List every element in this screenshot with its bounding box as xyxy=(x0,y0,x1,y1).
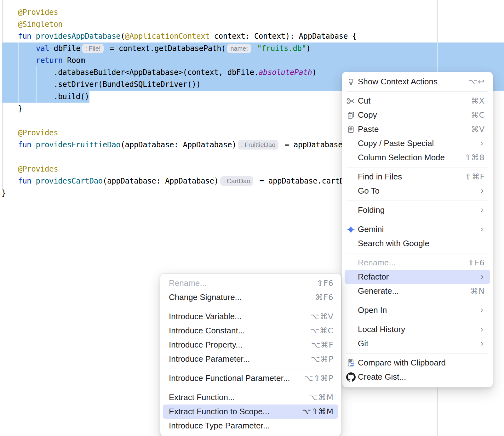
code-line[interactable]: fun providesCartDao(appDatabase: AppData… xyxy=(18,175,344,187)
code-token: .databaseBuilder<AppDatabase>(context, d… xyxy=(54,68,259,77)
menu-item-go-to[interactable]: Go To xyxy=(345,184,490,198)
code-token: Room xyxy=(67,56,85,65)
menu-shortcut: ⌥⇧⌘M xyxy=(302,407,334,416)
menu-item-generate[interactable]: Generate...⌘N xyxy=(345,284,490,298)
menu-item-open-in[interactable]: Open In xyxy=(345,303,490,317)
code-line[interactable]: fun providesAppDatabase(@ApplicationCont… xyxy=(18,30,357,42)
code-token: ) xyxy=(312,68,317,77)
code-line[interactable]: .build() xyxy=(54,91,89,103)
refactor-submenu: Rename...⇧F6Change Signature...⌘F6Introd… xyxy=(160,273,341,436)
menu-item-right: ⌥↩ xyxy=(468,77,485,86)
code-line[interactable]: @Singleton xyxy=(18,18,63,30)
code-token: (appDatabase: AppDatabase) xyxy=(120,140,236,149)
menu-item-extract-function-to-scope[interactable]: Extract Function to Scope...⌥⇧⌘M xyxy=(163,405,338,419)
code-token: @Provides xyxy=(18,128,58,137)
menu-item-introduce-functional-parameter[interactable]: Introduce Functional Parameter...⌥⇧⌘P xyxy=(163,371,338,385)
code-token: context: Context): AppDatabase { xyxy=(209,32,357,41)
menu-item-label: Column Selection Mode xyxy=(358,153,445,162)
menu-item-right: ⇧⌘F xyxy=(465,172,485,181)
menu-item-refactor[interactable]: Refactor xyxy=(345,270,490,284)
menu-item-label: Copy xyxy=(358,110,377,120)
menu-item-label: Search with Google xyxy=(358,239,429,248)
menu-item-paste[interactable]: Paste⌘V xyxy=(345,122,490,136)
code-line[interactable]: @Provides xyxy=(18,127,58,139)
menu-shortcut: ⌘C xyxy=(471,110,485,120)
menu-shortcut: ⌥↩ xyxy=(468,77,485,86)
code-line[interactable]: .setDriver(BundledSQLiteDriver()) xyxy=(54,78,201,90)
indent-guide-in-selection xyxy=(18,42,19,103)
menu-item-right: ⌘C xyxy=(471,110,485,120)
submenu-arrow-icon xyxy=(479,141,485,146)
lightbulb-icon xyxy=(346,77,356,87)
menu-item-label: Show Context Actions xyxy=(358,77,438,87)
menu-shortcut: ⌘N xyxy=(470,286,485,296)
submenu-arrow-icon xyxy=(479,274,485,280)
menu-item-label: Introduce Constant... xyxy=(169,326,245,336)
code-line[interactable]: } xyxy=(18,103,22,115)
code-token: @ApplicationContext xyxy=(125,32,210,41)
menu-item-introduce-constant[interactable]: Introduce Constant...⌥⌘C xyxy=(163,324,338,338)
menu-item-introduce-type-parameter[interactable]: Introduce Type Parameter... xyxy=(163,419,338,433)
menu-item-create-gist[interactable]: Create Gist... xyxy=(345,370,490,384)
menu-item-rename[interactable]: Rename...⇧F6 xyxy=(345,256,490,270)
menu-item-label: Introduce Variable... xyxy=(169,312,242,321)
menu-shortcut: ⌥⌘V xyxy=(310,312,334,321)
menu-item-extract-function[interactable]: Extract Function...⌥⌘M xyxy=(163,390,338,405)
menu-shortcut: ⇧⌘F xyxy=(465,172,485,181)
code-line[interactable]: @Provides xyxy=(18,6,58,18)
menu-item-rename[interactable]: Rename...⇧F6 xyxy=(163,276,338,290)
code-token: (appDatabase: AppDatabase) xyxy=(103,177,219,185)
editor-context-menu: Show Context Actions⌥↩Cut⌘XCopy⌘CPaste⌘V… xyxy=(342,72,493,388)
code-line[interactable]: val dbFile: File! = context.getDatabaseP… xyxy=(36,42,311,54)
code-line[interactable]: return Room xyxy=(36,54,85,66)
menu-item-label: Extract Function... xyxy=(169,393,235,402)
menu-item-introduce-property[interactable]: Introduce Property...⌥⌘F xyxy=(163,338,338,352)
menu-item-introduce-parameter[interactable]: Introduce Parameter...⌥⌘P xyxy=(163,352,338,366)
menu-item-compare-with-clipboard[interactable]: Compare with Clipboard xyxy=(345,356,490,370)
indent-guide-in-selection xyxy=(36,66,37,103)
menu-item-show-context-actions[interactable]: Show Context Actions⌥↩ xyxy=(345,75,490,89)
code-token: @Singleton xyxy=(18,20,63,29)
menu-item-git[interactable]: Git xyxy=(345,337,490,351)
code-line[interactable]: .databaseBuilder<AppDatabase>(context, d… xyxy=(54,66,317,78)
menu-separator xyxy=(346,298,488,303)
submenu-arrow-icon xyxy=(479,188,485,194)
menu-item-gemini[interactable]: Gemini xyxy=(345,222,490,236)
menu-item-copy[interactable]: Copy⌘C xyxy=(345,108,490,122)
menu-item-cut[interactable]: Cut⌘X xyxy=(345,94,490,108)
code-line[interactable]: fun providesFruittieDao(appDatabase: App… xyxy=(18,139,342,151)
menu-item-label: Introduce Functional Parameter... xyxy=(169,373,290,383)
menu-shortcut: ⇧F6 xyxy=(317,279,334,288)
menu-item-search-with-google[interactable]: Search with Google xyxy=(345,236,490,251)
menu-item-folding[interactable]: Folding xyxy=(345,203,490,217)
submenu-arrow-icon xyxy=(479,308,485,313)
menu-item-label: Folding xyxy=(358,205,385,215)
code-token: fun xyxy=(18,140,36,149)
menu-item-column-selection-mode[interactable]: Column Selection Mode⇧⌘8 xyxy=(345,150,490,165)
menu-item-right xyxy=(476,227,485,232)
inlay-hint: : FruittieDao xyxy=(238,140,278,150)
code-line[interactable]: } xyxy=(2,187,6,199)
menu-shortcut: ⇧F6 xyxy=(468,258,485,267)
menu-item-local-history[interactable]: Local History xyxy=(345,322,490,337)
menu-item-right: ⌘F6 xyxy=(315,293,334,302)
menu-item-label: Find in Files xyxy=(358,172,402,182)
code-token: } xyxy=(2,189,6,197)
copy-icon xyxy=(346,110,356,120)
code-line[interactable]: @Provides xyxy=(18,163,58,175)
menu-item-label: Introduce Parameter... xyxy=(169,354,250,364)
menu-item-label: Git xyxy=(358,339,368,348)
menu-item-right xyxy=(476,274,485,280)
menu-item-right: ⌥⌘M xyxy=(309,393,334,402)
menu-item-introduce-variable[interactable]: Introduce Variable...⌥⌘V xyxy=(163,309,338,324)
menu-item-copy-paste-special[interactable]: Copy / Paste Special xyxy=(345,136,490,150)
menu-item-right: ⌘N xyxy=(470,286,485,296)
menu-item-find-in-files[interactable]: Find in Files⇧⌘F xyxy=(345,170,490,184)
menu-item-label: Go To xyxy=(358,186,380,196)
menu-separator xyxy=(346,89,488,94)
menu-item-change-signature[interactable]: Change Signature...⌘F6 xyxy=(163,290,338,304)
inlay-hint: : File! xyxy=(82,44,104,53)
menu-separator xyxy=(165,304,336,309)
menu-separator xyxy=(346,251,488,256)
menu-item-right xyxy=(476,308,485,313)
